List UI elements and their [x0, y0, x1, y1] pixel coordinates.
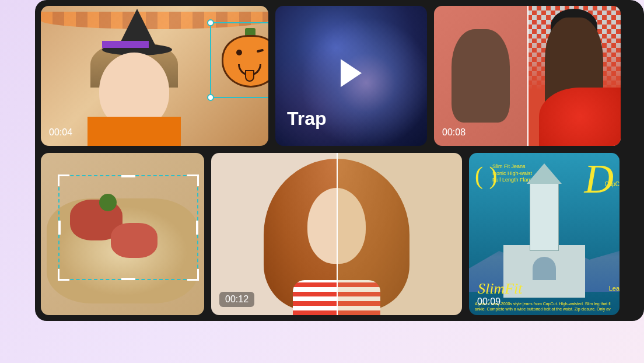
tile-portrait-filter[interactable]: 00:12	[211, 153, 462, 315]
resize-handle-bottom-left[interactable]	[207, 94, 214, 101]
compare-after-transparent	[527, 6, 621, 146]
poster-brand: CapC	[604, 181, 620, 187]
poster-title: SlimFit	[478, 280, 523, 298]
church-window	[533, 257, 556, 280]
tile-background-removal[interactable]: 00:08	[434, 6, 621, 146]
tile-trap-audio[interactable]: Trap	[275, 6, 427, 146]
timestamp: 00:09	[477, 296, 501, 307]
timestamp: 00:12	[219, 292, 254, 307]
poster-cta: Lea	[609, 285, 620, 292]
tile-halloween-sticker[interactable]: 00:04	[41, 6, 268, 146]
crop-edge-left[interactable]	[58, 221, 61, 235]
child-shirt	[88, 117, 181, 146]
church-roof	[527, 163, 562, 184]
crop-corner-top-right[interactable]	[187, 174, 199, 186]
tile-food-crop[interactable]	[41, 153, 204, 315]
model-figure-left	[452, 29, 510, 123]
trap-label: Trap	[287, 108, 327, 130]
play-icon[interactable]	[341, 59, 362, 87]
poster-letter: D	[584, 156, 614, 203]
media-gallery: 00:04 Trap 00:08	[35, 0, 644, 321]
resize-handle-top-left[interactable]	[207, 19, 214, 26]
red-feather-garment	[539, 88, 621, 146]
crop-bounding-box[interactable]	[58, 175, 198, 280]
hat-band	[102, 41, 149, 48]
comparison-divider[interactable]	[337, 153, 338, 315]
comparison-divider[interactable]	[527, 6, 528, 146]
crop-edge-right[interactable]	[196, 221, 198, 235]
compare-before	[434, 6, 527, 146]
timestamp: 00:08	[442, 127, 466, 138]
tile-poster-design[interactable]: ( ) Slim Fit Jeans Iconic High-waist Ful…	[469, 153, 620, 315]
crop-edge-top[interactable]	[121, 175, 135, 177]
selection-bounding-box[interactable]	[210, 22, 268, 98]
church-tower	[530, 181, 559, 251]
crop-corner-bottom-right[interactable]	[187, 269, 199, 281]
crop-corner-bottom-left[interactable]	[58, 269, 69, 281]
filter-overlay	[337, 153, 462, 315]
timestamp: 00:04	[49, 127, 72, 138]
crop-corner-top-left[interactable]	[58, 174, 69, 186]
crop-edge-bottom[interactable]	[121, 278, 135, 280]
